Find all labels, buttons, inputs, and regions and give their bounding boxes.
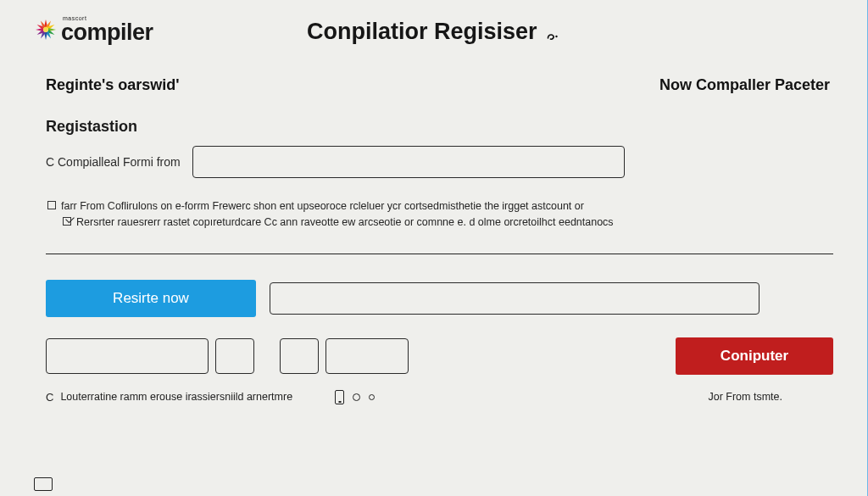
small-input-1[interactable] <box>46 338 209 374</box>
section-title: Registastion <box>46 118 833 136</box>
page-title-text: Conpilatior Regisiser <box>307 19 537 44</box>
small-input-2[interactable] <box>215 338 254 374</box>
first-field-label: C Compialleal Formi from <box>46 155 181 169</box>
bottom-left-box[interactable] <box>34 477 53 491</box>
small-input-3[interactable] <box>280 338 319 374</box>
sunburst-icon <box>34 18 58 42</box>
phone-icon <box>335 390 344 404</box>
footer-left-text: Louterratine ramm erouse irassiersniild … <box>60 391 292 403</box>
subheader-left: Reginte's oarswid' <box>46 76 180 94</box>
page-title: Conpilatior Regisiser <box>307 19 560 45</box>
swirl-icon <box>545 25 560 41</box>
info-block: farr From Coflirulons on e-forrm Frewerc… <box>46 198 833 231</box>
footer-prefix: C <box>46 391 53 404</box>
brand-logo: mascort compiler <box>34 15 153 44</box>
secondary-text-input[interactable] <box>270 282 760 315</box>
small-input-4[interactable] <box>326 338 409 374</box>
info-line-1: farr From Coflirulons on e-forrm Frewerc… <box>61 198 584 215</box>
footer-right-text: Jor From tsmte. <box>708 391 782 403</box>
small-circle-icon <box>369 394 375 400</box>
checkbox-icon[interactable] <box>47 201 56 209</box>
checkbox-checked-icon[interactable] <box>63 217 71 226</box>
register-now-button[interactable]: Resirte now <box>46 280 256 317</box>
brand-name: compiler <box>61 21 153 44</box>
svg-point-0 <box>43 27 48 32</box>
circle-icon <box>353 393 360 401</box>
svg-point-1 <box>555 36 557 37</box>
divider <box>46 254 833 254</box>
info-line-2: Rersrter rauesrerr rastet copıreturdcare… <box>76 215 614 231</box>
first-text-input[interactable] <box>192 146 625 178</box>
subheader-right: Now Compaller Paceter <box>659 76 830 94</box>
compiler-button[interactable]: Coniputer <box>676 337 833 375</box>
